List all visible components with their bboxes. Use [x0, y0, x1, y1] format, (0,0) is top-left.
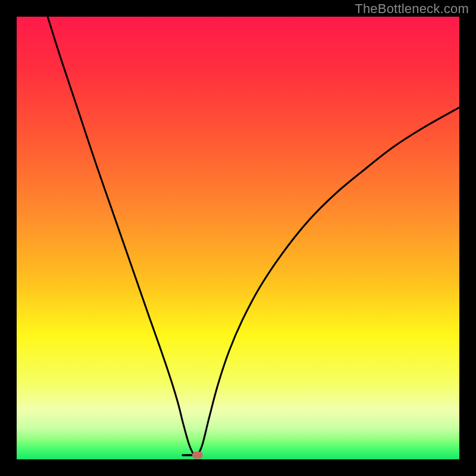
bottleneck-curve [17, 17, 459, 459]
optimal-point-marker [192, 452, 203, 459]
plot-area [17, 17, 459, 459]
chart-stage: TheBottleneck.com [0, 0, 476, 476]
watermark-label: TheBottleneck.com [355, 1, 469, 17]
